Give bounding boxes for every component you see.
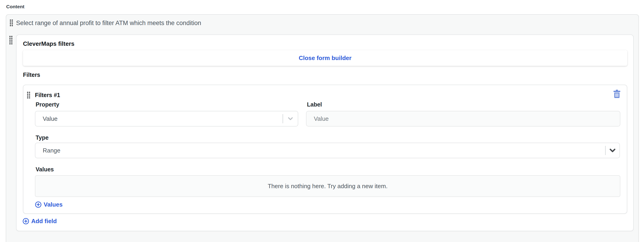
content-section-label: Content — [6, 4, 24, 10]
add-values-label: Values — [44, 201, 62, 208]
plus-circle-icon — [22, 218, 29, 224]
empty-state-text: There is nothing here. Try adding a new … — [268, 183, 388, 190]
filters-heading: Filters — [23, 72, 40, 78]
add-field-label: Add field — [31, 218, 57, 225]
form-builder-screen: Content Select range of annual profit to… — [0, 0, 644, 242]
label-field-label: Label — [307, 101, 322, 108]
filter-card-title: Filters #1 — [35, 92, 60, 98]
drag-handle-icon[interactable] — [27, 92, 30, 98]
delete-filter-button[interactable] — [612, 89, 622, 98]
close-form-builder-button[interactable]: Close form builder — [23, 50, 627, 66]
drag-handle-icon[interactable] — [9, 36, 12, 44]
section-title: CleverMaps filters — [23, 40, 74, 47]
close-form-builder-label: Close form builder — [299, 55, 352, 62]
plus-circle-icon — [35, 201, 42, 208]
label-input[interactable] — [306, 111, 620, 127]
component-row-title: Select range of annual profit to filter … — [16, 20, 201, 27]
property-select[interactable]: Value — [35, 111, 298, 127]
add-values-button[interactable]: Values — [35, 201, 62, 208]
type-select[interactable]: Range — [35, 143, 620, 158]
chevron-down-icon — [606, 146, 620, 155]
add-field-button[interactable]: Add field — [22, 218, 57, 225]
values-field-label: Values — [36, 166, 54, 173]
type-field-label: Type — [36, 134, 49, 141]
values-empty-state: There is nothing here. Try adding a new … — [35, 175, 620, 197]
type-select-value: Range — [36, 147, 605, 154]
drag-handle-icon[interactable] — [10, 19, 13, 26]
property-field-label: Property — [36, 101, 59, 108]
chevron-down-icon — [283, 115, 298, 122]
property-select-value: Value — [36, 115, 282, 122]
trash-icon — [613, 90, 620, 98]
